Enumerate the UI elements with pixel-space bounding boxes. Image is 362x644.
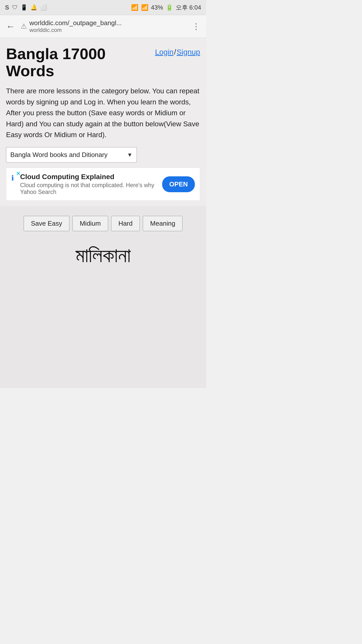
signup-link[interactable]: Signup <box>177 48 200 56</box>
auth-links: Login / Signup <box>155 45 200 56</box>
info-icon: ℹ <box>11 174 14 182</box>
main-content: Bangla 17000 Words Login / Signup There … <box>0 38 206 206</box>
category-dropdown[interactable]: Bangla Word books and Ditionary ▼ <box>6 147 137 163</box>
status-info-right: 📶 📶 43% 🔋 오후 6:04 <box>131 4 201 12</box>
url-main: worlddic.com/_outpage_bangl... <box>29 19 122 27</box>
signal-icon: 📶 <box>141 4 149 11</box>
page-header: Bangla 17000 Words Login / Signup <box>6 45 200 79</box>
url-text-container[interactable]: worlddic.com/_outpage_bangl... worlddic.… <box>29 19 122 33</box>
wifi-icon: 📶 <box>131 4 139 11</box>
bangla-word-display: মালিকানা <box>4 239 202 272</box>
time-display: 오후 6:04 <box>176 4 201 12</box>
midium-button[interactable]: Midium <box>72 216 108 231</box>
status-icons-left: S 🛡 📱 🔔 ⬜ <box>5 4 47 11</box>
bell-icon: 🔔 <box>30 4 37 11</box>
back-button[interactable]: ← <box>4 19 17 34</box>
save-easy-button[interactable]: Save Easy <box>24 216 69 231</box>
status-bar: S 🛡 📱 🔔 ⬜ 📶 📶 43% 🔋 오후 6:04 <box>0 0 206 15</box>
url-domain: worlddic.com <box>29 27 122 33</box>
battery-icon: 🔋 <box>166 4 173 11</box>
login-link[interactable]: Login <box>155 48 173 56</box>
dropdown-label: Bangla Word books and Ditionary <box>10 151 108 159</box>
ad-banner: ℹ ✕ Cloud Computing Explained Cloud comp… <box>6 168 200 201</box>
url-bar: ⚠ worlddic.com/_outpage_bangl... worlddi… <box>21 19 187 33</box>
ad-text: Cloud Computing Explained Cloud computin… <box>18 173 162 195</box>
skype-icon: S <box>5 4 9 11</box>
ad-subtitle: Cloud computing is not that complicated.… <box>20 182 162 195</box>
battery-percentage: 43% <box>151 4 163 11</box>
ad-title: Cloud Computing Explained <box>20 173 162 181</box>
ad-content: ℹ ✕ Cloud Computing Explained Cloud comp… <box>11 173 162 195</box>
chevron-down-icon: ▼ <box>127 152 132 158</box>
ad-open-button[interactable]: OPEN <box>162 176 195 192</box>
phone-icon: 📱 <box>21 4 27 11</box>
tablet-icon: ⬜ <box>40 4 47 11</box>
auth-separator: / <box>174 48 176 56</box>
shield-icon: 🛡 <box>12 4 18 11</box>
browser-menu-button[interactable]: ⋮ <box>190 20 202 33</box>
meaning-button[interactable]: Meaning <box>143 216 183 231</box>
content-spacer <box>4 272 202 373</box>
browser-bar: ← ⚠ worlddic.com/_outpage_bangl... world… <box>0 15 206 38</box>
warning-icon: ⚠ <box>21 22 27 30</box>
close-icon[interactable]: ✕ <box>16 170 21 177</box>
page-title: Bangla 17000 Words <box>6 45 112 79</box>
page-description: There are more lessons in the category b… <box>6 86 200 140</box>
word-section: Save Easy Midium Hard Meaning মালিকানা <box>0 206 206 388</box>
action-buttons: Save Easy Midium Hard Meaning <box>4 211 202 239</box>
hard-button[interactable]: Hard <box>111 216 140 231</box>
